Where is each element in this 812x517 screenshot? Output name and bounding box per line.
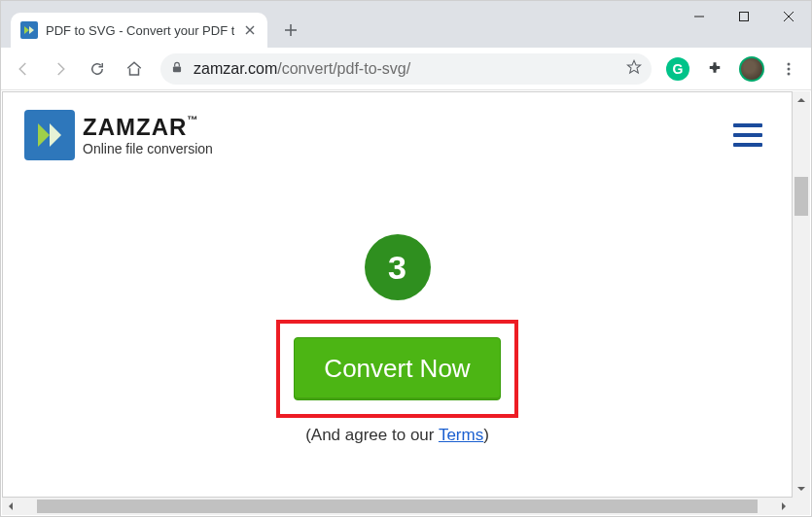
horizontal-scrollbar[interactable] [2, 498, 793, 515]
back-button[interactable] [7, 52, 40, 86]
terms-suffix: ) [483, 426, 489, 444]
logo-text: ZAMZAR™ Online file conversion [83, 114, 213, 156]
url-text: zamzar.com/convert/pdf-to-svg/ [194, 60, 410, 78]
avatar-icon [739, 56, 764, 82]
window-maximize-button[interactable] [722, 1, 766, 32]
svg-point-11 [788, 67, 791, 70]
scroll-down-arrow-icon[interactable] [793, 480, 810, 498]
tab-close-button[interactable] [242, 22, 258, 38]
scroll-up-arrow-icon[interactable] [793, 91, 810, 109]
lock-icon [170, 60, 184, 78]
brand-name: ZAMZAR [83, 114, 187, 140]
menu-hamburger-icon[interactable] [733, 123, 762, 147]
tab-title: PDF to SVG - Convert your PDF t [46, 23, 234, 38]
browser-tab[interactable]: PDF to SVG - Convert your PDF t [11, 13, 267, 48]
forward-button[interactable] [44, 52, 77, 86]
url-host: zamzar.com [194, 60, 277, 77]
svg-point-12 [788, 72, 791, 75]
browser-toolbar: zamzar.com/convert/pdf-to-svg/ G [1, 48, 811, 90]
horizontal-scroll-thumb[interactable] [37, 500, 758, 513]
trademark: ™ [187, 114, 198, 125]
brand-tagline: Online file conversion [83, 141, 213, 156]
scroll-left-arrow-icon[interactable] [2, 498, 19, 515]
page-content: ZAMZAR™ Online file conversion 3 Convert… [2, 91, 793, 498]
svg-rect-9 [173, 66, 181, 72]
logo-mark-icon [24, 110, 75, 160]
address-bar[interactable]: zamzar.com/convert/pdf-to-svg/ [160, 53, 652, 85]
grammarly-extension-icon[interactable]: G [661, 52, 694, 86]
extensions-puzzle-icon[interactable] [698, 52, 731, 86]
vertical-scroll-thumb[interactable] [794, 177, 808, 216]
new-tab-button[interactable] [277, 17, 304, 44]
window-close-button[interactable] [766, 1, 811, 32]
step-number-badge: 3 [365, 234, 431, 300]
bookmark-star-icon[interactable] [626, 59, 642, 79]
tab-favicon [20, 21, 38, 39]
terms-prefix: (And agree to our [305, 426, 439, 444]
scrollbar-corner [793, 498, 810, 515]
reload-button[interactable] [81, 52, 114, 86]
site-logo[interactable]: ZAMZAR™ Online file conversion [24, 110, 213, 160]
window-minimize-button[interactable] [677, 1, 722, 32]
highlight-annotation: Convert Now [276, 320, 517, 418]
home-button[interactable] [118, 52, 151, 86]
vertical-scrollbar[interactable] [793, 91, 810, 498]
step-section: 3 Convert Now (And agree to our Terms) [3, 234, 792, 445]
scroll-right-arrow-icon[interactable] [775, 498, 793, 515]
viewport: ZAMZAR™ Online file conversion 3 Convert… [2, 91, 810, 515]
convert-now-button[interactable]: Convert Now [294, 337, 500, 400]
svg-point-10 [788, 62, 791, 65]
terms-link[interactable]: Terms [439, 426, 483, 444]
browser-menu-button[interactable] [772, 52, 805, 86]
window-controls [677, 1, 811, 32]
profile-avatar[interactable] [735, 52, 768, 86]
site-header: ZAMZAR™ Online file conversion [3, 92, 792, 166]
url-path: /convert/pdf-to-svg/ [277, 60, 410, 77]
terms-line: (And agree to our Terms) [305, 426, 489, 445]
svg-rect-1 [740, 13, 749, 21]
